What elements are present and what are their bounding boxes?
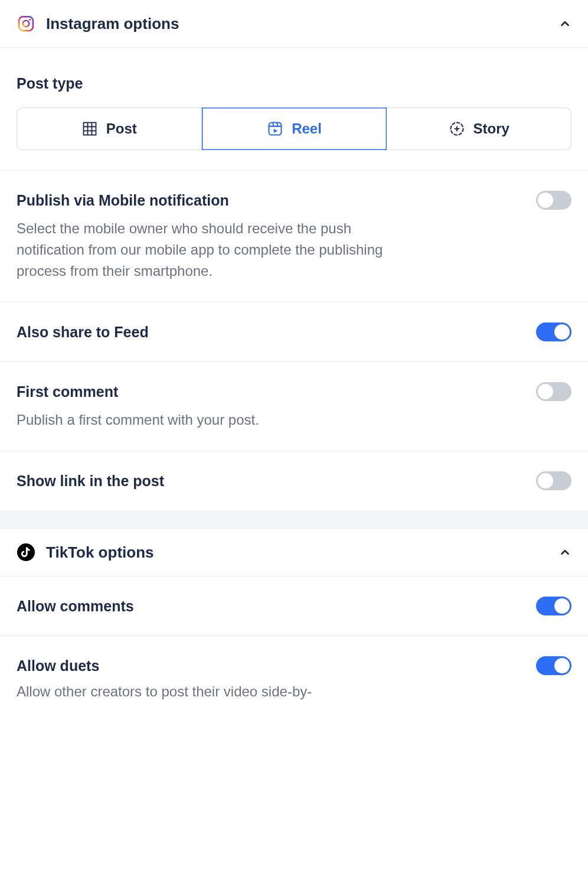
section-gap — [0, 510, 588, 528]
post-type-story-label: Story — [473, 120, 509, 137]
allow-duets-description: Allow other creators to post their video… — [17, 681, 406, 702]
share-feed-block: Also share to Feed — [0, 302, 588, 362]
allow-duets-heading: Allow duets — [17, 657, 99, 675]
publish-mobile-block: Publish via Mobile notification Select t… — [0, 171, 588, 302]
chevron-up-icon — [558, 546, 571, 559]
story-icon — [449, 120, 465, 137]
post-type-post-button[interactable]: Post — [17, 108, 202, 150]
instagram-icon — [17, 14, 35, 33]
chevron-up-icon — [558, 17, 571, 30]
tiktok-icon — [17, 543, 35, 562]
tiktok-options-title: TikTok options — [46, 543, 558, 562]
first-comment-heading: First comment — [17, 383, 118, 400]
allow-comments-toggle[interactable] — [536, 597, 571, 615]
post-type-reel-label: Reel — [292, 120, 322, 137]
post-type-post-label: Post — [106, 120, 137, 137]
instagram-options-title: Instagram options — [46, 15, 558, 33]
post-type-reel-button[interactable]: Reel — [202, 108, 387, 150]
post-type-heading: Post type — [17, 75, 571, 92]
show-link-block: Show link in the post — [0, 451, 588, 510]
share-feed-heading: Also share to Feed — [17, 324, 149, 341]
reel-icon — [267, 120, 283, 137]
post-type-story-button[interactable]: Story — [387, 108, 571, 150]
allow-comments-block: Allow comments — [0, 576, 588, 636]
allow-comments-heading: Allow comments — [17, 598, 134, 615]
post-type-segmented: Post Reel Story — [17, 108, 571, 150]
svg-rect-0 — [19, 17, 33, 31]
allow-duets-block: Allow duets Allow other creators to post… — [0, 636, 588, 706]
show-link-heading: Show link in the post — [17, 473, 164, 490]
instagram-options-header[interactable]: Instagram options — [0, 0, 588, 48]
grid-icon — [81, 120, 98, 137]
allow-duets-toggle[interactable] — [536, 656, 571, 675]
svg-rect-3 — [83, 123, 96, 135]
svg-point-2 — [29, 19, 31, 21]
first-comment-description: Publish a first comment with your post. — [17, 409, 406, 431]
publish-mobile-toggle[interactable] — [536, 191, 571, 210]
svg-rect-8 — [269, 123, 282, 135]
post-type-block: Post type Post — [0, 48, 588, 171]
publish-mobile-heading: Publish via Mobile notification — [17, 192, 229, 209]
tiktok-options-header[interactable]: TikTok options — [0, 528, 588, 576]
first-comment-block: First comment Publish a first comment wi… — [0, 362, 588, 451]
publish-mobile-description: Select the mobile owner who should recei… — [17, 218, 406, 282]
share-feed-toggle[interactable] — [536, 323, 571, 341]
svg-point-1 — [23, 21, 30, 27]
first-comment-toggle[interactable] — [536, 382, 571, 401]
svg-marker-12 — [274, 129, 277, 133]
show-link-toggle[interactable] — [536, 471, 571, 490]
